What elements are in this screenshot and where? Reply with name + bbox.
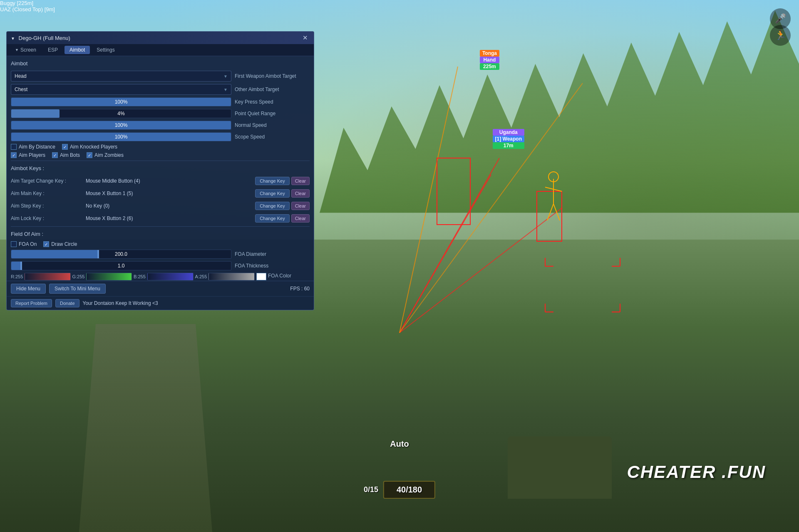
aim-main-key-value: Mouse X Button 1 (5) [86,191,255,196]
other-target-arrow: ▼ [223,87,228,92]
aim-step-clear-btn[interactable]: Clear [291,202,310,210]
foa-diameter-label: FOA Diameter [235,251,310,257]
color-g-slider[interactable] [86,273,132,280]
first-weapon-row: Head ▼ First Weapon Aimbot Target [11,71,310,82]
aim-bots-checkbox[interactable]: ✓ Aim Bots [52,152,80,158]
runner-icon: 🏃 [775,30,786,41]
first-weapon-dropdown[interactable]: Head ▼ [11,71,231,82]
normal-speed-row: 100% Normal Speed [11,121,310,130]
foa-thickness-slider[interactable]: 1.0 [11,261,231,270]
fps-display: FPS : 60 [290,286,310,292]
scope-speed-slider[interactable]: 100% [11,132,231,141]
weapon-ammo-display: 40/180 [383,481,435,499]
aim-by-distance-label: Aim By Distance [19,144,55,150]
color-r-slider[interactable] [25,273,70,280]
aim-target-change-btn[interactable]: Change Key [255,177,290,185]
draw-circle-box: ✓ [43,241,49,247]
point-quiet-range-slider[interactable]: 4% [11,109,231,118]
hide-menu-button[interactable]: Hide Menu [11,284,46,294]
aim-players-check: ✓ [12,153,15,158]
aim-zombies-label: Aim Zombies [94,152,124,158]
menu-bottom-bar: Hide Menu Switch To Mini Menu FPS : 60 [7,281,314,296]
other-target-row: Chest ▼ Other Aimbot Target [11,84,310,95]
aim-target-change-key-row: Aim Target Change Key : Mouse Middle But… [11,176,310,186]
tonga-enemy-label: Tonga Hand 225m [480,50,499,70]
donate-button[interactable]: Donate [55,299,79,307]
key-press-speed-slider[interactable]: 100% [11,97,231,106]
point-quiet-range-value: 4% [117,111,124,116]
tab-settings[interactable]: Settings [92,46,119,54]
color-b-slider[interactable] [147,273,194,280]
normal-speed-slider[interactable]: 100% [11,121,231,130]
color-r-label: R:255 [11,274,23,279]
color-b-label: B:255 [134,274,146,279]
aim-step-key-value: No Key (0) [86,203,255,209]
aim-lock-clear-btn[interactable]: Clear [291,214,310,223]
aim-target-change-key-value: Mouse Middle Button (4) [86,178,255,184]
foa-diameter-value: 200.0 [115,251,127,257]
foa-diameter-slider[interactable]: 200.0 [11,250,231,259]
ammo-total: 180 [408,485,422,494]
first-weapon-value: Head [15,73,27,79]
aim-main-clear-btn[interactable]: Clear [291,189,310,198]
aim-main-change-btn[interactable]: Change Key [255,189,290,198]
aim-bots-label: Aim Bots [60,152,80,158]
aim-bots-box: ✓ [52,152,58,158]
aim-zombies-checkbox[interactable]: ✓ Aim Zombies [87,152,124,158]
aim-knocked-box: ✓ [62,144,68,150]
aim-zombies-check: ✓ [88,153,91,158]
aim-lock-key-label: Aim Lock Key : [11,215,86,221]
vehicle [508,436,612,499]
tab-screen[interactable]: ▼ Screen [10,46,41,54]
close-button[interactable]: ✕ [301,34,310,42]
menu-titlebar[interactable]: ▼ Dego-GH (Full Menu) ✕ [7,32,314,44]
divider-1 [11,161,310,161]
report-row: Report Problem Donate Your Dontaion Keep… [7,296,314,310]
other-target-value: Chest [15,87,27,92]
aim-target-change-key-label: Aim Target Change Key : [11,178,86,184]
foa-section-title: Field Of Aim : [11,230,310,238]
aim-step-change-btn[interactable]: Change Key [255,202,290,210]
scope-speed-row: 100% Scope Speed [11,132,310,141]
aim-lock-key-row: Aim Lock Key : Mouse X Button 2 (6) Chan… [11,213,310,224]
other-target-label: Other Aimbot Target [235,87,310,92]
draw-circle-checkbox[interactable]: ✓ Draw Circle [43,241,77,247]
report-problem-button[interactable]: Report Problem [11,299,52,307]
aim-by-distance-box [11,144,17,150]
color-a-slider[interactable] [208,273,255,280]
color-r-item: R:255 [11,273,71,280]
aim-players-label: Aim Players [19,152,45,158]
tab-esp[interactable]: ESP [43,46,63,54]
aim-by-distance-checkbox[interactable]: Aim By Distance [11,144,55,150]
foa-thickness-label: FOA Thickness [235,263,310,269]
aim-lock-change-btn[interactable]: Change Key [255,214,290,223]
foa-checkbox-row: FOA On ✓ Draw Circle [11,241,310,247]
other-target-dropdown[interactable]: Chest ▼ [11,84,231,95]
menu-dropdown-arrow: ▼ [11,36,15,41]
color-preview [256,273,266,280]
switch-mini-menu-button[interactable]: Switch To Mini Menu [49,284,106,294]
aimbot-section-title: Aimbot [11,59,310,67]
point-quiet-range-label: Point Quiet Range [235,111,310,116]
menu-title: ▼ Dego-GH (Full Menu) [11,35,70,41]
uganda-enemy-label: Uganda [1] Weapon 17m [493,129,524,149]
aim-knocked-checkbox[interactable]: ✓ Aim Knocked Players [62,144,117,150]
draw-circle-check: ✓ [45,242,48,247]
color-sliders-row: R:255 G:255 B:255 A:255 FOA Color [11,273,310,280]
color-b-item: B:255 [134,273,194,280]
aim-knocked-label: Aim Knocked Players [70,144,117,150]
normal-speed-label: Normal Speed [235,122,310,128]
aim-main-key-row: Aim Main Key : Mouse X Button 1 (5) Chan… [11,188,310,199]
aim-main-key-label: Aim Main Key : [11,191,86,196]
color-g-label: G:255 [72,274,85,279]
aim-target-clear-btn[interactable]: Clear [291,177,310,185]
aim-players-checkbox[interactable]: ✓ Aim Players [11,152,45,158]
menu-tabs: ▼ Screen ESP Aimbot Settings [7,44,314,56]
foa-thickness-value: 1.0 [118,263,125,269]
key-press-speed-row: 100% Key Press Speed [11,97,310,106]
menu-title-text: Dego-GH (Full Menu) [19,35,70,41]
foa-on-checkbox[interactable]: FOA On [11,241,37,247]
foa-thickness-row: 1.0 FOA Thickness [11,261,310,270]
tab-aimbot[interactable]: Aimbot [65,46,90,54]
aim-bots-check: ✓ [53,153,57,158]
